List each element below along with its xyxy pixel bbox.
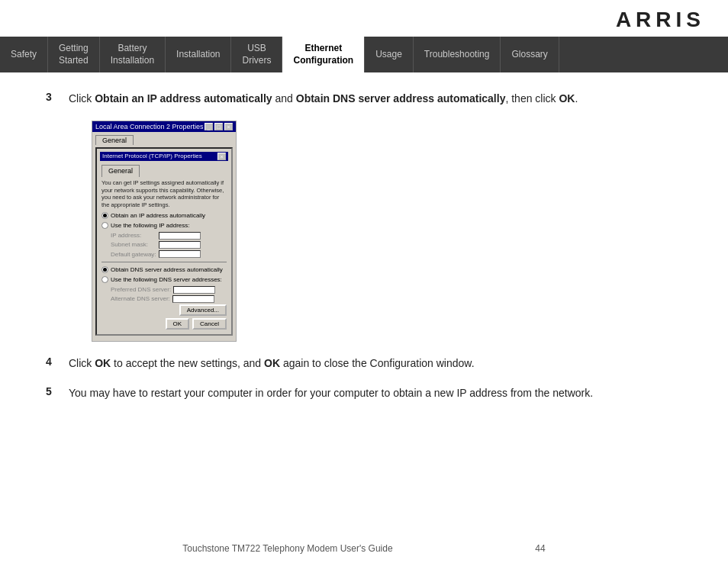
radio-use-ip: Use the following IP address: [101, 221, 227, 230]
page-footer: Touchstone TM722 Telephony Modem User's … [0, 543, 728, 554]
label-subnet: Subnet mask: [111, 240, 156, 249]
input-subnet[interactable] [159, 241, 201, 249]
field-subnet: Subnet mask: [111, 240, 227, 249]
radio-obtain-ip-label: Obtain an IP address automatically [111, 211, 205, 220]
outer-tab-strip: General [95, 135, 233, 145]
ok-button[interactable]: OK [166, 318, 190, 330]
radio-use-dns: Use the following DNS server addresses: [101, 275, 227, 284]
advanced-row: Advanced... [101, 304, 227, 316]
radio-obtain-ip: Obtain an IP address automatically [101, 211, 227, 220]
footer-text: Touchstone TM722 Telephony Modem User's … [182, 543, 392, 554]
field-ip-address: IP address: [111, 231, 227, 240]
radio-obtain-dns-dot[interactable] [101, 266, 108, 273]
input-alternate-dns[interactable] [172, 295, 214, 303]
outer-body: General Internet Protocol (TCP/IP) Prope… [92, 132, 236, 341]
inner-dialog: Internet Protocol (TCP/IP) Properties × … [95, 147, 233, 336]
nav-battery-installation[interactable]: BatteryInstallation [100, 37, 166, 72]
outer-title-text: Local Area Connection 2 Properties [95, 123, 204, 130]
step-5-row: 5 You may have to restart your computer … [46, 385, 682, 401]
inner-title-text: Internet Protocol (TCP/IP) Properties [102, 153, 202, 160]
outer-dialog: Local Area Connection 2 Properties _ □ ×… [92, 121, 237, 342]
nav-getting-started[interactable]: GettingStarted [48, 37, 100, 72]
field-gateway: Default gateway: [111, 250, 227, 259]
page-header: ARRIS [0, 0, 728, 37]
field-alternate-dns: Alternate DNS server: [111, 294, 227, 303]
input-ip-address[interactable] [159, 232, 201, 240]
screenshot-area: Local Area Connection 2 Properties _ □ ×… [69, 121, 682, 342]
radio-use-ip-dot[interactable] [101, 222, 108, 229]
navigation-bar: Safety GettingStarted BatteryInstallatio… [0, 37, 728, 72]
inner-tab-general[interactable]: General [101, 165, 140, 177]
radio-use-dns-label: Use the following DNS server addresses: [111, 275, 222, 284]
radio-obtain-dns-label: Obtain DNS server address automatically [111, 265, 223, 274]
step-3-row: 3 Click Obtain an IP address automatical… [46, 91, 682, 107]
radio-obtain-dns: Obtain DNS server address automatically [101, 265, 227, 274]
label-ip-address: IP address: [111, 231, 156, 240]
separator [101, 262, 227, 262]
inner-body: General You can get IP settings assigned… [100, 163, 228, 331]
nav-usage[interactable]: Usage [365, 37, 414, 72]
inner-titlebar: Internet Protocol (TCP/IP) Properties × [100, 152, 228, 161]
cancel-button[interactable]: Cancel [192, 318, 227, 330]
step-3-text: Click Obtain an IP address automatically… [69, 91, 682, 107]
step-4-row: 4 Click OK to accept the new settings, a… [46, 355, 682, 372]
radio-use-dns-dot[interactable] [101, 276, 108, 283]
nav-ethernet-configuration[interactable]: EthernetConfiguration [282, 37, 365, 72]
maximize-button[interactable]: □ [214, 123, 223, 130]
nav-installation[interactable]: Installation [166, 37, 231, 72]
ok-cancel-buttons: OK Cancel [101, 318, 227, 330]
advanced-button[interactable]: Advanced... [179, 304, 227, 316]
nav-troubleshooting[interactable]: Troubleshooting [414, 37, 501, 72]
close-button[interactable]: × [224, 123, 233, 130]
nav-usb-drivers[interactable]: USBDrivers [231, 37, 282, 72]
main-content: 3 Click Obtain an IP address automatical… [0, 72, 728, 433]
nav-glossary[interactable]: Glossary [501, 37, 559, 72]
label-preferred-dns: Preferred DNS server: [111, 285, 171, 294]
nav-safety[interactable]: Safety [0, 37, 48, 72]
page-number: 44 [535, 543, 545, 554]
field-preferred-dns: Preferred DNS server: [111, 285, 227, 294]
step-5-number: 5 [46, 385, 69, 397]
inner-tab-strip: General [101, 165, 227, 177]
outer-titlebar: Local Area Connection 2 Properties _ □ × [92, 121, 236, 132]
step-5-text: You may have to restart your computer in… [69, 385, 682, 401]
radio-use-ip-label: Use the following IP address: [111, 221, 189, 230]
step-4-number: 4 [46, 355, 69, 368]
input-preferred-dns[interactable] [173, 286, 215, 294]
input-gateway[interactable] [159, 250, 201, 258]
label-gateway: Default gateway: [111, 250, 156, 259]
radio-obtain-ip-dot[interactable] [101, 212, 108, 219]
arris-logo: ARRIS [616, 8, 705, 32]
step-4-text: Click OK to accept the new settings, and… [69, 355, 682, 372]
minimize-button[interactable]: _ [205, 123, 213, 130]
outer-window-buttons: _ □ × [205, 123, 233, 130]
step-3-number: 3 [46, 91, 69, 103]
outer-tab-general[interactable]: General [95, 135, 134, 145]
label-alternate-dns: Alternate DNS server: [111, 294, 170, 303]
inner-close-button[interactable]: × [217, 153, 226, 160]
description-text: You can get IP settings assigned automat… [101, 179, 227, 209]
